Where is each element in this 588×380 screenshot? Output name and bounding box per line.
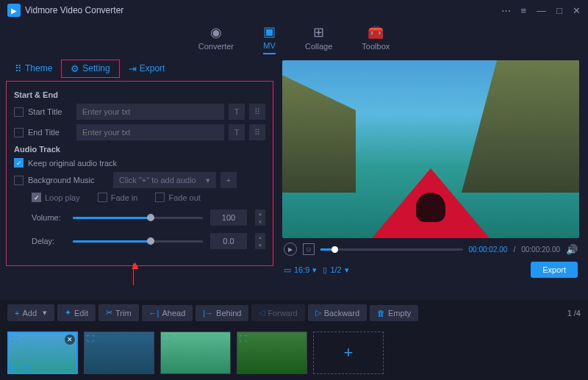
start-title-input[interactable] <box>76 104 224 120</box>
subtab-setting[interactable]: ⚙ Setting <box>61 60 119 78</box>
menu-icon[interactable]: ≡ <box>521 5 527 16</box>
delay-label: Delay: <box>32 237 65 245</box>
converter-icon: ◉ <box>210 24 222 40</box>
window-controls: ⋯ ≡ — □ ✕ <box>501 5 581 16</box>
expand-icon[interactable]: ⛶ <box>11 335 18 343</box>
preview-options: ▭16:9▾ ▯1/2▾ Export <box>282 260 579 279</box>
tab-label: Collage <box>305 42 332 51</box>
volume-label: Volume: <box>32 213 65 222</box>
volume-icon[interactable]: 🔊 <box>566 244 578 255</box>
minimize-icon[interactable]: — <box>537 5 546 16</box>
tab-toolbox[interactable]: 🧰 Toolbox <box>362 24 390 54</box>
volume-slider[interactable] <box>73 217 203 219</box>
tab-mv[interactable]: ▣ MV <box>263 24 276 54</box>
forward-button[interactable]: ◁Forward <box>251 304 304 321</box>
ratio-icon: ▭ <box>284 265 291 275</box>
theme-icon: ⠿ <box>15 63 22 74</box>
annotation-arrow: ▲ <box>129 259 141 272</box>
export-button[interactable]: Export <box>531 262 578 278</box>
empty-button[interactable]: 🗑Empty <box>370 305 418 321</box>
tab-collage[interactable]: ⊞ Collage <box>305 24 332 54</box>
progress-bar[interactable] <box>320 248 463 251</box>
page-selector[interactable]: ▯1/2▾ <box>323 265 348 275</box>
mv-icon: ▣ <box>263 24 276 40</box>
backward-button[interactable]: ▷Backward <box>308 304 367 321</box>
chevron-down-icon: ▾ <box>43 308 47 318</box>
tab-label: Converter <box>198 42 234 51</box>
info-icon[interactable]: ● <box>28 363 32 371</box>
star-icon[interactable]: ★ <box>19 363 26 371</box>
play-button[interactable]: ▶ <box>284 243 297 256</box>
page-icon: ▯ <box>323 265 327 275</box>
keep-audio-label: Keep original audio track <box>28 159 117 168</box>
thumbnail-4[interactable]: ⛶ <box>237 331 307 374</box>
grid-icon[interactable]: ⠿ <box>249 124 265 140</box>
expand-icon[interactable]: ⛶ <box>87 334 94 343</box>
grid-icon[interactable]: ⠿ <box>249 104 265 120</box>
subtab-theme[interactable]: ⠿ Theme <box>6 60 61 77</box>
fadein-checkbox[interactable] <box>98 193 107 202</box>
chevron-down-icon: ▾ <box>206 176 210 185</box>
forward-icon: ◁ <box>259 308 265 318</box>
video-preview[interactable] <box>282 60 579 238</box>
volume-value[interactable]: 100 <box>210 209 247 226</box>
main-tabs: ◉ Converter ▣ MV ⊞ Collage 🧰 Toolbox <box>0 21 588 57</box>
plus-icon: + <box>15 309 19 318</box>
end-title-checkbox[interactable] <box>14 128 24 137</box>
close-icon[interactable]: ✕ <box>573 5 581 16</box>
settings-panel: Start & End Start Title T ⠿ End Title T … <box>6 81 273 266</box>
tab-converter[interactable]: ◉ Converter <box>198 24 234 54</box>
edit-button[interactable]: ✦Edit <box>57 304 96 321</box>
scissors-icon: ✂ <box>106 308 112 318</box>
behind-button[interactable]: |→Behind <box>196 305 248 321</box>
add-button[interactable]: +Add▾ <box>7 304 54 321</box>
gear-icon: ⚙ <box>71 63 79 74</box>
loop-checkbox[interactable]: ✓ <box>32 193 41 202</box>
play-icon[interactable]: ▶ <box>11 363 17 371</box>
chevron-down-icon: ▾ <box>345 265 349 275</box>
add-audio-button[interactable]: + <box>220 172 237 188</box>
maximize-icon[interactable]: □ <box>556 5 562 16</box>
bg-music-checkbox[interactable] <box>14 176 24 185</box>
delay-stepper[interactable]: ▲▼ <box>255 233 265 249</box>
subtab-export[interactable]: ⇥ Export <box>120 60 174 77</box>
end-title-label: End Title <box>28 128 72 137</box>
annotation-arrow-line <box>133 263 134 285</box>
delay-slider[interactable] <box>73 240 203 243</box>
stop-button[interactable]: ◻ <box>303 243 315 255</box>
player-controls: ▶ ◻ 00:00:02.00/00:00:20.00 🔊 <box>282 238 579 260</box>
ahead-button[interactable]: ←|Ahead <box>142 305 193 321</box>
add-clip-tile[interactable]: + <box>313 331 384 374</box>
feedback-icon[interactable]: ⋯ <box>501 5 511 16</box>
start-title-checkbox[interactable] <box>14 107 24 117</box>
text-style-icon[interactable]: T <box>229 104 245 120</box>
tab-label: Toolbox <box>362 42 390 51</box>
subtab-label: Theme <box>25 63 52 74</box>
expand-icon[interactable]: ⛶ <box>240 334 247 343</box>
export-icon: ⇥ <box>129 63 137 74</box>
remove-icon[interactable]: ✕ <box>65 334 75 345</box>
clip-counter: 1 /4 <box>567 309 581 318</box>
delay-value[interactable]: 0.0 <box>210 233 247 249</box>
thumbnail-2[interactable]: ⛶ <box>84 331 154 374</box>
keep-audio-checkbox[interactable]: ✓ <box>14 158 24 168</box>
total-time: 00:00:20.00 <box>521 245 560 254</box>
audio-dropdown[interactable]: Click "+" to add audio ▾ <box>113 172 216 188</box>
app-logo: ▶ <box>7 4 21 17</box>
star-icon: ✦ <box>65 308 71 318</box>
thumbnail-1[interactable]: ⛶ ✕ ▶★● <box>7 331 78 374</box>
text-style-icon[interactable]: T <box>229 124 245 140</box>
fadeout-checkbox[interactable] <box>155 193 165 202</box>
expand-icon[interactable]: ⛶ <box>163 334 171 343</box>
volume-stepper[interactable]: ▲▼ <box>255 209 265 226</box>
fadein-label: Fade in <box>111 193 138 202</box>
tab-label: MV <box>263 41 276 50</box>
end-title-input[interactable] <box>76 124 224 140</box>
clip-toolbar: +Add▾ ✦Edit ✂Trim ←|Ahead |→Behind ◁Forw… <box>0 300 588 326</box>
aspect-ratio-dropdown[interactable]: ▭16:9▾ <box>284 265 317 275</box>
clip-thumbnails: ⛶ ✕ ▶★● ⛶ ⛶ ⛶ + <box>0 326 588 380</box>
trim-button[interactable]: ✂Trim <box>98 304 139 321</box>
ahead-icon: ←| <box>149 309 159 318</box>
chevron-down-icon: ▾ <box>312 265 317 275</box>
thumbnail-3[interactable]: ⛶ <box>160 331 231 374</box>
